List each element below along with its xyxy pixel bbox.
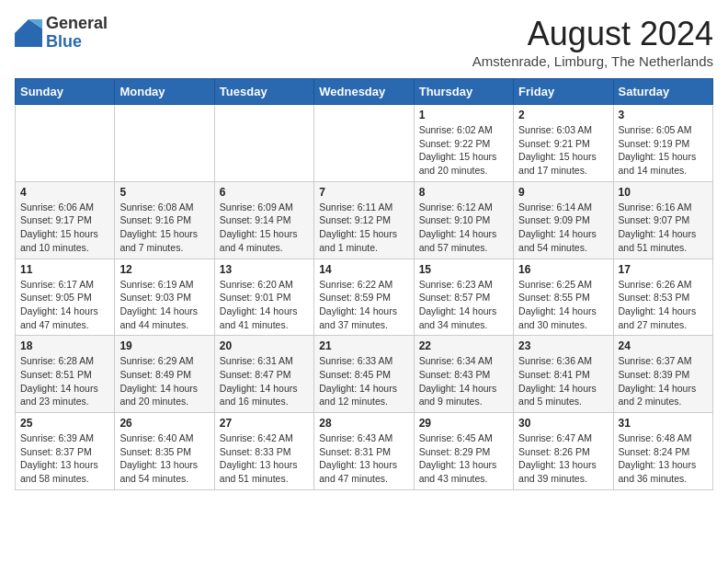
calendar-cell: 4Sunrise: 6:06 AM Sunset: 9:17 PM Daylig… [16,181,115,259]
day-info: Sunrise: 6:47 AM Sunset: 8:26 PM Dayligh… [518,431,608,486]
calendar-cell [314,105,414,182]
day-number: 28 [319,417,408,430]
calendar-cell: 22Sunrise: 6:34 AM Sunset: 8:43 PM Dayli… [414,336,513,413]
title-block: August 2024 Amstenrade, Limburg, The Net… [472,15,713,69]
calendar-cell: 3Sunrise: 6:05 AM Sunset: 9:19 PM Daylig… [613,105,712,182]
day-number: 14 [319,263,408,276]
day-info: Sunrise: 6:09 AM Sunset: 9:14 PM Dayligh… [220,201,309,255]
day-number: 3 [619,109,708,121]
day-number: 7 [319,186,408,199]
logo-icon [15,19,42,47]
day-number: 5 [119,186,209,199]
day-number: 25 [20,417,109,430]
logo-general-text: General [46,15,108,33]
calendar-cell: 20Sunrise: 6:31 AM Sunset: 8:47 PM Dayli… [214,336,313,413]
month-year-title: August 2024 [472,15,713,53]
calendar-cell [16,105,115,182]
calendar-cell: 28Sunrise: 6:43 AM Sunset: 8:31 PM Dayli… [314,413,414,490]
day-info: Sunrise: 6:26 AM Sunset: 8:53 PM Dayligh… [619,278,708,332]
day-number: 4 [20,186,109,199]
day-info: Sunrise: 6:48 AM Sunset: 8:24 PM Dayligh… [619,431,708,486]
logo-blue-text: Blue [46,33,108,52]
calendar-cell: 25Sunrise: 6:39 AM Sunset: 8:37 PM Dayli… [16,413,115,490]
day-info: Sunrise: 6:16 AM Sunset: 9:07 PM Dayligh… [619,201,708,255]
weekday-header-friday: Friday [514,79,613,105]
day-info: Sunrise: 6:23 AM Sunset: 8:57 PM Dayligh… [419,278,508,332]
day-info: Sunrise: 6:43 AM Sunset: 8:31 PM Dayligh… [319,431,408,486]
calendar-cell: 14Sunrise: 6:22 AM Sunset: 8:59 PM Dayli… [314,259,414,336]
day-info: Sunrise: 6:08 AM Sunset: 9:16 PM Dayligh… [119,201,209,255]
day-info: Sunrise: 6:03 AM Sunset: 9:21 PM Dayligh… [518,123,608,178]
day-info: Sunrise: 6:37 AM Sunset: 8:39 PM Dayligh… [619,354,708,408]
day-info: Sunrise: 6:34 AM Sunset: 8:43 PM Dayligh… [419,354,508,408]
location-subtitle: Amstenrade, Limburg, The Netherlands [472,53,713,69]
day-info: Sunrise: 6:20 AM Sunset: 9:01 PM Dayligh… [220,278,309,332]
day-number: 22 [419,339,508,352]
calendar-cell: 15Sunrise: 6:23 AM Sunset: 8:57 PM Dayli… [414,259,513,336]
logo: General Blue [15,15,108,52]
calendar-cell: 30Sunrise: 6:47 AM Sunset: 8:26 PM Dayli… [514,413,613,490]
day-number: 29 [419,417,508,430]
calendar-cell: 24Sunrise: 6:37 AM Sunset: 8:39 PM Dayli… [613,336,712,413]
day-info: Sunrise: 6:17 AM Sunset: 9:05 PM Dayligh… [20,278,109,332]
day-number: 6 [220,186,309,199]
weekday-header-tuesday: Tuesday [214,79,313,105]
day-number: 9 [518,186,608,199]
calendar-cell [115,105,214,182]
day-info: Sunrise: 6:45 AM Sunset: 8:29 PM Dayligh… [419,431,508,486]
weekday-header-saturday: Saturday [613,79,712,105]
day-number: 11 [20,263,109,276]
calendar-week-3: 11Sunrise: 6:17 AM Sunset: 9:05 PM Dayli… [16,259,713,336]
calendar-cell: 31Sunrise: 6:48 AM Sunset: 8:24 PM Dayli… [613,413,712,490]
day-number: 26 [119,417,209,430]
calendar-cell: 13Sunrise: 6:20 AM Sunset: 9:01 PM Dayli… [214,259,313,336]
day-info: Sunrise: 6:02 AM Sunset: 9:22 PM Dayligh… [419,123,508,178]
calendar-cell: 5Sunrise: 6:08 AM Sunset: 9:16 PM Daylig… [115,181,214,259]
weekday-header-sunday: Sunday [16,79,115,105]
day-number: 10 [619,186,708,199]
day-info: Sunrise: 6:33 AM Sunset: 8:45 PM Dayligh… [319,354,408,408]
day-info: Sunrise: 6:14 AM Sunset: 9:09 PM Dayligh… [518,201,608,255]
calendar-cell: 8Sunrise: 6:12 AM Sunset: 9:10 PM Daylig… [414,181,513,259]
weekday-header-row: SundayMondayTuesdayWednesdayThursdayFrid… [16,79,713,105]
day-number: 23 [518,339,608,352]
day-number: 8 [419,186,508,199]
page-header: General Blue August 2024 Amstenrade, Lim… [15,15,713,69]
day-info: Sunrise: 6:06 AM Sunset: 9:17 PM Dayligh… [20,201,109,255]
day-info: Sunrise: 6:28 AM Sunset: 8:51 PM Dayligh… [20,354,109,408]
day-info: Sunrise: 6:19 AM Sunset: 9:03 PM Dayligh… [119,278,209,332]
calendar-cell: 10Sunrise: 6:16 AM Sunset: 9:07 PM Dayli… [613,181,712,259]
calendar-cell [214,105,313,182]
calendar-cell: 29Sunrise: 6:45 AM Sunset: 8:29 PM Dayli… [414,413,513,490]
calendar-cell: 7Sunrise: 6:11 AM Sunset: 9:12 PM Daylig… [314,181,414,259]
calendar-week-1: 1Sunrise: 6:02 AM Sunset: 9:22 PM Daylig… [16,105,713,182]
day-number: 2 [518,109,608,121]
day-info: Sunrise: 6:31 AM Sunset: 8:47 PM Dayligh… [220,354,309,408]
day-info: Sunrise: 6:25 AM Sunset: 8:55 PM Dayligh… [518,278,608,332]
day-number: 21 [319,339,408,352]
day-number: 13 [220,263,309,276]
day-info: Sunrise: 6:12 AM Sunset: 9:10 PM Dayligh… [419,201,508,255]
calendar-table: SundayMondayTuesdayWednesdayThursdayFrid… [15,78,713,490]
day-number: 27 [220,417,309,430]
calendar-cell: 26Sunrise: 6:40 AM Sunset: 8:35 PM Dayli… [115,413,214,490]
day-info: Sunrise: 6:40 AM Sunset: 8:35 PM Dayligh… [119,431,209,486]
day-info: Sunrise: 6:42 AM Sunset: 8:33 PM Dayligh… [220,431,309,486]
day-info: Sunrise: 6:36 AM Sunset: 8:41 PM Dayligh… [518,354,608,408]
calendar-cell: 18Sunrise: 6:28 AM Sunset: 8:51 PM Dayli… [16,336,115,413]
calendar-week-5: 25Sunrise: 6:39 AM Sunset: 8:37 PM Dayli… [16,413,713,490]
day-info: Sunrise: 6:29 AM Sunset: 8:49 PM Dayligh… [119,354,209,408]
calendar-cell: 23Sunrise: 6:36 AM Sunset: 8:41 PM Dayli… [514,336,613,413]
day-number: 17 [619,263,708,276]
day-info: Sunrise: 6:22 AM Sunset: 8:59 PM Dayligh… [319,278,408,332]
calendar-cell: 16Sunrise: 6:25 AM Sunset: 8:55 PM Dayli… [514,259,613,336]
day-number: 12 [119,263,209,276]
calendar-cell: 12Sunrise: 6:19 AM Sunset: 9:03 PM Dayli… [115,259,214,336]
day-number: 16 [518,263,608,276]
calendar-cell: 17Sunrise: 6:26 AM Sunset: 8:53 PM Dayli… [613,259,712,336]
calendar-cell: 6Sunrise: 6:09 AM Sunset: 9:14 PM Daylig… [214,181,313,259]
calendar-cell: 27Sunrise: 6:42 AM Sunset: 8:33 PM Dayli… [214,413,313,490]
weekday-header-wednesday: Wednesday [314,79,414,105]
day-number: 31 [619,417,708,430]
calendar-cell: 2Sunrise: 6:03 AM Sunset: 9:21 PM Daylig… [514,105,613,182]
